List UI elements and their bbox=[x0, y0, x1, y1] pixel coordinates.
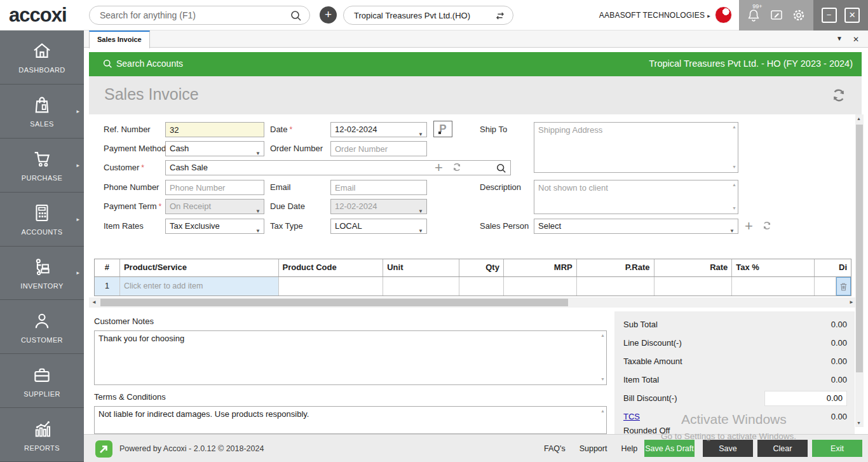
prate-cell[interactable] bbox=[577, 277, 654, 296]
description-textarea[interactable] bbox=[534, 180, 738, 214]
scroll-down-icon[interactable]: ▼ bbox=[857, 421, 861, 425]
ref-number-input[interactable] bbox=[165, 122, 264, 137]
global-search-input[interactable]: Search for anything (F1) bbox=[89, 6, 310, 25]
bill-discount-input[interactable] bbox=[764, 391, 847, 406]
minimize-button[interactable]: − bbox=[822, 8, 837, 23]
close-button[interactable]: ✕ bbox=[844, 8, 860, 23]
quick-add-button[interactable]: + bbox=[320, 6, 337, 24]
scroll-right-icon[interactable]: ► bbox=[849, 299, 854, 305]
page-vertical-scrollbar[interactable]: ▲ ▼ bbox=[855, 114, 864, 427]
payment-term-select[interactable]: On Receipt▼ bbox=[165, 199, 264, 214]
sidebar-item-dashboard[interactable]: DASHBOARD bbox=[0, 31, 84, 85]
sidebar-item-accounts[interactable]: ACCOUNTS ▸ bbox=[0, 193, 84, 247]
item-rates-select[interactable]: Tax Exclusive▼ bbox=[165, 219, 264, 234]
col-header-unit: Unit bbox=[383, 259, 459, 276]
scroll-up-icon[interactable]: ▲ bbox=[600, 409, 605, 413]
customer-notes-textarea[interactable]: Thank you for choosing bbox=[94, 330, 607, 385]
tax-cell[interactable] bbox=[732, 277, 815, 296]
product-code-cell[interactable] bbox=[279, 277, 384, 296]
faqs-link[interactable]: FAQ's bbox=[544, 444, 566, 453]
account-menu[interactable]: AABASOFT TECHNOLOGIES▸ bbox=[599, 11, 710, 20]
total-row-line-discount: Line Discount(-) 0.00 bbox=[614, 334, 855, 352]
tax-type-select[interactable]: LOCAL▼ bbox=[330, 219, 427, 234]
due-date-select[interactable]: 12-02-2024▼ bbox=[330, 199, 427, 214]
col-header-product: Product/Service bbox=[120, 259, 279, 276]
help-link[interactable]: Help bbox=[621, 444, 637, 453]
scroll-up-icon[interactable]: ▲ bbox=[732, 182, 736, 187]
sidebar-label: REPORTS bbox=[24, 444, 60, 452]
exit-button[interactable]: Exit bbox=[812, 440, 862, 457]
sidebar-item-sales[interactable]: SALES ▸ bbox=[0, 85, 84, 139]
search-accounts-button[interactable]: Search Accounts bbox=[103, 58, 183, 69]
save-button[interactable]: Save bbox=[703, 440, 753, 457]
notification-badge: 99+ bbox=[752, 3, 762, 10]
phone-number-input[interactable] bbox=[165, 180, 264, 195]
qty-cell[interactable] bbox=[459, 277, 504, 296]
scroll-left-icon[interactable]: ◄ bbox=[92, 299, 97, 305]
customer-search-icon[interactable] bbox=[496, 163, 506, 173]
product-entry-cell[interactable]: Click enter to add item bbox=[120, 277, 279, 296]
ship-to-textarea[interactable] bbox=[534, 122, 738, 173]
scroll-down-icon[interactable]: ▼ bbox=[600, 377, 605, 381]
chevron-down-icon: ▼ bbox=[729, 224, 735, 238]
refresh-sales-person-icon[interactable] bbox=[761, 220, 773, 231]
tab-sales-invoice[interactable]: Sales Invoice bbox=[89, 31, 150, 48]
sidebar-item-reports[interactable]: REPORTS bbox=[0, 408, 84, 462]
refresh-page-icon[interactable] bbox=[830, 86, 848, 104]
prefix-button[interactable]: P bbox=[433, 121, 452, 137]
user-avatar[interactable] bbox=[715, 6, 732, 24]
total-row-tcs: TCS 0.00 bbox=[614, 407, 855, 426]
save-as-draft-button[interactable]: Save As Draft bbox=[644, 440, 695, 457]
sidebar-item-supplier[interactable]: SUPPLIER bbox=[0, 354, 84, 408]
switch-company-icon[interactable] bbox=[494, 10, 506, 22]
submenu-arrow-icon: ▸ bbox=[76, 162, 79, 168]
sidebar-item-purchase[interactable]: PURCHASE ▸ bbox=[0, 139, 84, 193]
sidebar-item-customer[interactable]: CUSTOMER bbox=[0, 300, 84, 354]
email-input[interactable] bbox=[330, 180, 427, 195]
discount-cell-cut[interactable] bbox=[815, 277, 836, 296]
horizontal-scroll-thumb[interactable] bbox=[100, 299, 568, 306]
unit-cell[interactable] bbox=[383, 277, 459, 296]
rate-cell[interactable] bbox=[654, 277, 733, 296]
mrp-cell[interactable] bbox=[504, 277, 577, 296]
notifications-button[interactable]: 99+ bbox=[746, 8, 761, 23]
scroll-up-icon[interactable]: ▲ bbox=[732, 125, 736, 129]
ship-to-field-wrap: ▲ ▼ bbox=[534, 122, 738, 173]
company-selector[interactable]: Tropical Treasures Pvt Ltd.(HO) bbox=[343, 6, 513, 25]
sidebar-item-inventory[interactable]: INVENTORY ▸ bbox=[0, 247, 84, 301]
tab-list-dropdown-icon[interactable]: ▼ bbox=[836, 35, 843, 42]
customer-label: Customer* bbox=[104, 163, 144, 172]
total-label: Taxable Amount bbox=[623, 357, 682, 366]
search-icon[interactable] bbox=[290, 10, 302, 22]
tab-close-icon[interactable]: ✕ bbox=[853, 35, 859, 44]
add-sales-person-icon[interactable]: + bbox=[745, 220, 753, 233]
vertical-scroll-thumb[interactable] bbox=[856, 125, 863, 372]
add-customer-icon[interactable]: + bbox=[435, 161, 443, 174]
messages-button[interactable] bbox=[769, 8, 784, 23]
payment-term-label: Payment Term* bbox=[104, 201, 161, 211]
refresh-customer-icon[interactable] bbox=[451, 161, 463, 173]
terms-textarea[interactable]: Not liable for indirect damages. Use pro… bbox=[94, 406, 607, 434]
payment-method-select[interactable]: Cash▼ bbox=[165, 141, 264, 156]
chevron-down-icon: ▼ bbox=[255, 147, 261, 161]
clear-button[interactable]: Clear bbox=[757, 440, 808, 457]
company-fiscal-year: Tropical Treasures Pvt Ltd. - HO (FY 202… bbox=[649, 58, 853, 69]
header-icon-tray: 99+ bbox=[739, 0, 813, 31]
date-select[interactable]: 12-02-2024▼ bbox=[330, 122, 427, 137]
delete-row-button[interactable] bbox=[836, 277, 851, 296]
scroll-up-icon[interactable]: ▲ bbox=[600, 333, 605, 337]
table-horizontal-scrollbar[interactable]: ◄ ► bbox=[89, 297, 857, 308]
scroll-down-icon[interactable]: ▼ bbox=[732, 165, 736, 169]
tcs-link[interactable]: TCS bbox=[623, 412, 640, 421]
sales-person-select[interactable]: Select▼ bbox=[534, 219, 738, 234]
support-link[interactable]: Support bbox=[580, 444, 607, 453]
terms-wrap: Not liable for indirect damages. Use pro… bbox=[94, 406, 607, 434]
settings-button[interactable] bbox=[791, 8, 806, 23]
total-value: 0.00 bbox=[831, 357, 847, 366]
chevron-down-icon: ▼ bbox=[418, 205, 423, 219]
scroll-up-icon[interactable]: ▲ bbox=[857, 116, 861, 121]
scroll-down-icon[interactable]: ▼ bbox=[732, 206, 736, 210]
col-header-mrp: MRP bbox=[504, 259, 577, 276]
window-controls: − ✕ bbox=[813, 0, 868, 31]
order-number-input[interactable] bbox=[330, 141, 427, 156]
